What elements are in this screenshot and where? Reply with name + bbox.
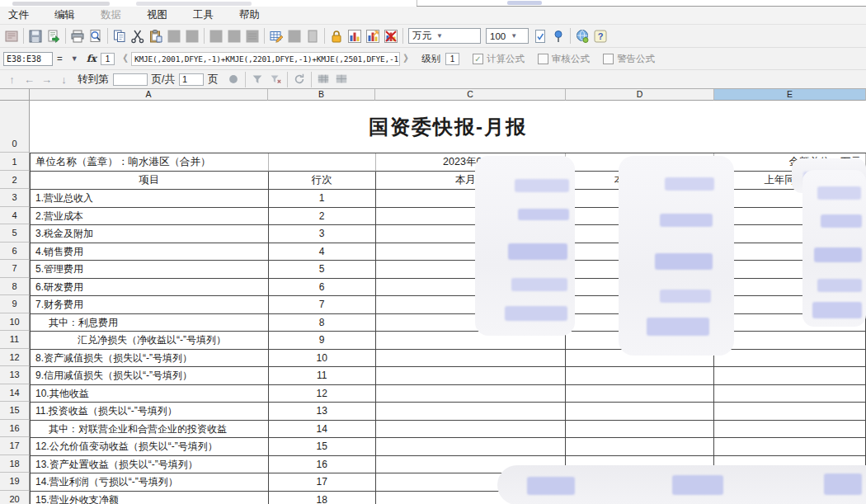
cut-button[interactable] — [129, 27, 147, 45]
row-header-1[interactable]: 1 — [0, 153, 30, 171]
menu-item-view[interactable]: 视图 — [147, 8, 167, 22]
line-number-cell[interactable]: 3 — [269, 225, 376, 243]
month-value-cell[interactable] — [376, 367, 567, 385]
export-excel-button[interactable] — [45, 27, 63, 45]
prev-formula-button[interactable]: 《 — [118, 52, 128, 66]
select-all-corner[interactable] — [0, 89, 30, 101]
copy-button[interactable] — [111, 27, 129, 45]
grid-lg-button[interactable] — [333, 71, 350, 87]
chart-delete-button[interactable] — [382, 27, 400, 45]
unit-name-cell[interactable]: 单位名称（盖章）：响水港区（合并） — [31, 153, 269, 172]
column-header-B[interactable]: B — [268, 89, 375, 101]
column-header-E[interactable]: E — [714, 89, 866, 101]
col-header-item[interactable]: 项目 — [31, 172, 269, 190]
row-header-9[interactable]: 9 — [0, 295, 30, 313]
lock-button[interactable] — [327, 27, 346, 45]
first-page-button[interactable]: ↑ — [3, 73, 21, 86]
help-button[interactable]: ? — [591, 27, 609, 45]
row-header-18[interactable]: 18 — [0, 455, 30, 473]
menu-item-edit[interactable]: 编辑 — [54, 8, 75, 22]
item-cell[interactable]: 8.资产减值损失（损失以“-”号填列） — [31, 350, 269, 368]
prior-year-value-cell[interactable] — [714, 421, 866, 439]
line-number-cell[interactable]: 12 — [269, 385, 376, 403]
line-number-cell[interactable]: 10 — [269, 350, 376, 368]
row-header-12[interactable]: 12 — [0, 349, 30, 367]
last-page-button[interactable]: ↓ — [55, 73, 73, 86]
row-header-6[interactable]: 6 — [0, 243, 30, 261]
row-header-20[interactable]: 20 — [0, 491, 30, 504]
prior-year-value-cell[interactable] — [714, 332, 866, 350]
row-header-14[interactable]: 14 — [0, 384, 30, 403]
row-header-15[interactable]: 15 — [0, 402, 30, 420]
item-cell[interactable]: 4.销售费用 — [31, 243, 269, 261]
item-cell[interactable]: 5.管理费用 — [31, 261, 269, 279]
unit-select[interactable]: 万元 ▼ — [408, 28, 481, 44]
prior-year-value-cell[interactable] — [714, 438, 866, 456]
item-cell[interactable]: 14.营业利润（亏损以“-”号填列） — [31, 473, 269, 492]
row-header-11[interactable]: 11 — [0, 331, 30, 349]
prior-year-value-cell[interactable] — [714, 350, 866, 368]
page-check-button[interactable] — [531, 27, 549, 45]
paste-button[interactable] — [147, 27, 165, 45]
month-value-cell[interactable] — [376, 403, 567, 421]
line-number-cell[interactable]: 5 — [269, 261, 376, 279]
row-header-10[interactable]: 10 — [0, 313, 30, 332]
report-title[interactable]: 国资委快报-月报 — [30, 101, 866, 153]
ytd-value-cell[interactable] — [566, 385, 714, 403]
fx-button[interactable]: fx — [87, 53, 96, 64]
line-number-cell[interactable]: 17 — [269, 473, 376, 492]
line-number-cell[interactable]: 13 — [269, 403, 376, 421]
line-number-cell[interactable]: 16 — [269, 456, 376, 474]
column-header-D[interactable]: D — [566, 89, 714, 101]
item-cell[interactable]: 6.研发费用 — [31, 279, 269, 297]
month-value-cell[interactable] — [376, 421, 567, 439]
item-cell[interactable]: 其中：对联营企业和合营企业的投资收益 — [31, 421, 269, 439]
bar-chart-button[interactable] — [346, 27, 364, 45]
record-dot-button[interactable] — [225, 71, 242, 87]
prior-year-value-cell[interactable] — [714, 403, 866, 421]
next-formula-button[interactable]: 》 — [403, 52, 413, 66]
item-cell[interactable]: 汇兑净损失（净收益以“-”号填列） — [31, 332, 269, 350]
menu-item-file[interactable]: 文件 — [8, 8, 29, 22]
item-cell[interactable]: 其中：利息费用 — [31, 314, 269, 332]
level-input[interactable]: 1 — [445, 53, 459, 65]
chart-arrow-button[interactable] — [364, 27, 382, 45]
month-value-cell[interactable] — [376, 350, 567, 368]
item-cell[interactable]: 15.营业外收支净额 — [31, 492, 269, 504]
filter-button[interactable] — [249, 71, 266, 87]
prev-page-button[interactable]: ← — [21, 73, 38, 86]
row-header-5[interactable]: 5 — [0, 224, 30, 243]
ytd-value-cell[interactable] — [566, 367, 714, 385]
row-header-16[interactable]: 16 — [0, 420, 30, 438]
goto-page-input[interactable] — [113, 73, 148, 86]
item-cell[interactable]: 10.其他收益 — [31, 385, 269, 403]
line-number-cell[interactable]: 1 — [269, 190, 376, 208]
globe-button[interactable] — [573, 27, 591, 45]
row-header-13[interactable]: 13 — [0, 366, 30, 384]
line-number-cell[interactable]: 14 — [269, 421, 376, 439]
line-number-cell[interactable]: 9 — [269, 332, 376, 350]
edit-table-button[interactable] — [267, 27, 285, 45]
print-preview-button[interactable] — [87, 27, 105, 45]
cell[interactable] — [269, 153, 376, 172]
line-number-cell[interactable]: 2 — [269, 208, 376, 226]
row-header-0[interactable]: 0 — [0, 101, 30, 153]
col-header-line[interactable]: 行次 — [269, 172, 376, 190]
refresh-button[interactable] — [291, 71, 308, 87]
next-page-button[interactable]: → — [38, 73, 55, 86]
item-cell[interactable]: 1.营业总收入 — [31, 190, 269, 208]
item-cell[interactable]: 2.营业成本 — [31, 208, 269, 226]
ytd-value-cell[interactable] — [566, 403, 714, 421]
row-header-8[interactable]: 8 — [0, 278, 30, 296]
line-number-cell[interactable]: 7 — [269, 296, 376, 314]
item-cell[interactable]: 12.公允价值变动收益（损失以“-”号填列） — [31, 438, 269, 456]
item-cell[interactable]: 3.税金及附加 — [31, 225, 269, 243]
line-number-cell[interactable]: 8 — [269, 314, 376, 332]
item-cell[interactable]: 9.信用减值损失（损失以“-”号填列） — [31, 367, 269, 385]
zoom-select[interactable]: 100 ▼ — [486, 28, 529, 44]
checkbox-warn-formula[interactable]: 警告公式 — [603, 53, 655, 65]
item-cell[interactable]: 13.资产处置收益（损失以“-”号填列） — [31, 456, 269, 474]
line-number-cell[interactable]: 18 — [269, 492, 376, 504]
prior-year-value-cell[interactable] — [714, 385, 866, 403]
equals-button[interactable]: = — [57, 54, 63, 64]
